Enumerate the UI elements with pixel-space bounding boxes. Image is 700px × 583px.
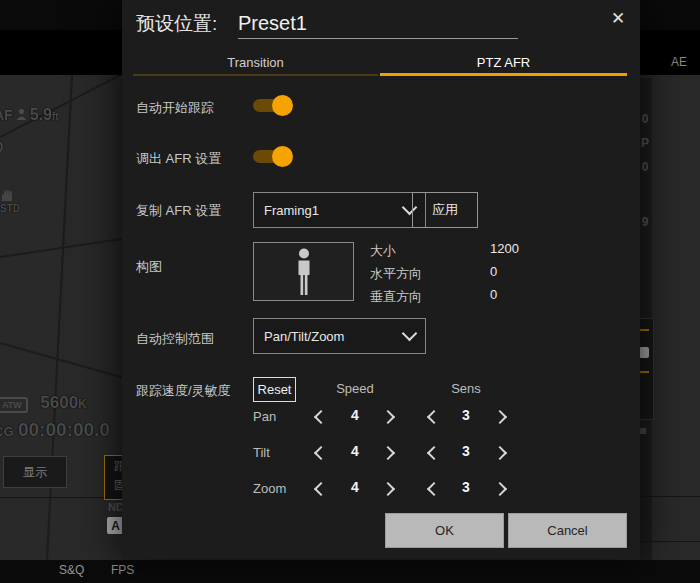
composition-label: 构图 — [136, 258, 162, 276]
cancel-button[interactable]: Cancel — [508, 513, 627, 548]
composition-size-label: 大小 — [370, 243, 396, 258]
right-strip-char: 0 — [638, 112, 652, 126]
tilt-speed-decrease-button[interactable] — [312, 444, 330, 462]
tilt-sens-decrease-button[interactable] — [425, 444, 443, 462]
right-panel-divider — [640, 496, 700, 497]
chevron-left-icon — [314, 410, 328, 424]
toggle-knob — [272, 95, 293, 116]
right-panel-divider — [640, 541, 700, 542]
chevron-left-icon — [314, 482, 328, 496]
fps-label[interactable]: FPS — [111, 563, 134, 577]
bottom-status-bar: S&Q FPS — [0, 560, 700, 583]
tracking-row-zoom: Zoom 4 3 — [253, 479, 523, 499]
focus-distance-value: 5.9 — [30, 106, 52, 123]
tilt-speed-increase-button[interactable] — [379, 444, 397, 462]
recall-afr-label: 调出 AFR 设置 — [136, 150, 221, 168]
chevron-right-icon — [493, 446, 507, 460]
slider-tick — [639, 329, 649, 331]
timecode-value: 00:00:00.0 — [18, 419, 110, 440]
chevron-right-icon — [493, 482, 507, 496]
right-strip-char: P — [638, 136, 652, 150]
zoom-sens-decrease-button[interactable] — [425, 480, 443, 498]
auto-control-range-select[interactable]: Pan/Tilt/Zoom — [253, 318, 426, 354]
wb-row: ATW 5600K — [0, 393, 87, 413]
toggle-knob — [272, 146, 293, 167]
tab-transition[interactable]: Transition — [133, 50, 378, 74]
copy-afr-label: 复制 AFR 设置 — [136, 202, 221, 220]
zoom-speed-decrease-button[interactable] — [312, 480, 330, 498]
zoom-speed-value: 4 — [342, 479, 368, 495]
reset-button-label: Reset — [258, 382, 292, 397]
chevron-left-icon — [314, 446, 328, 460]
tilt-speed-value: 4 — [342, 443, 368, 459]
tilt-sens-value: 3 — [453, 443, 479, 459]
tracking-row-pan: Pan 4 3 — [253, 407, 523, 427]
osd-zero-readout: 0 — [0, 138, 3, 155]
composition-vertical-value: 0 — [490, 287, 550, 302]
chevron-left-icon — [427, 446, 441, 460]
composition-vertical-label: 垂直方向 — [370, 289, 422, 304]
slider-tick — [639, 371, 649, 373]
sq-mode-label[interactable]: S&Q — [59, 563, 84, 577]
tab-ptz-afr[interactable]: PTZ AFR — [380, 50, 627, 74]
left-panel-divider — [0, 497, 108, 498]
pan-speed-value: 4 — [342, 407, 368, 423]
timecode-row: CG 00:00:00.0 — [0, 419, 110, 441]
auto-start-tracking-label: 自动开始跟踪 — [136, 99, 214, 117]
zoom-sens-increase-button[interactable] — [491, 480, 509, 498]
focus-mode-label: AF — [0, 107, 13, 123]
sens-column-header: Sens — [434, 381, 498, 396]
pan-sens-decrease-button[interactable] — [425, 408, 443, 426]
std-osd: STD — [0, 188, 20, 214]
pan-speed-decrease-button[interactable] — [312, 408, 330, 426]
composition-horizontal-label: 水平方向 — [370, 266, 422, 281]
tracking-row-tilt: Tilt 4 3 — [253, 443, 523, 463]
chevron-down-icon — [402, 326, 418, 342]
copy-afr-selected-value: Framing1 — [264, 203, 319, 218]
right-panel-dot — [640, 428, 646, 434]
chevron-right-icon — [493, 410, 507, 424]
auto-control-range-selected-value: Pan/Tilt/Zoom — [264, 329, 344, 344]
app-window: AF 5.9ft 0 STD ATW 5600K CG 00:00:00.0 显… — [0, 0, 700, 583]
composition-preview[interactable] — [253, 242, 354, 301]
display-button[interactable]: 显示 — [3, 456, 67, 488]
recall-afr-toggle[interactable] — [253, 146, 293, 167]
tab-underline-inactive — [133, 74, 378, 76]
composition-horizontal-value: 0 — [490, 264, 550, 279]
std-label: STD — [0, 203, 20, 214]
tilt-sens-increase-button[interactable] — [491, 444, 509, 462]
pan-sens-increase-button[interactable] — [491, 408, 509, 426]
preset-position-dialog: 预设位置: ✕ Transition PTZ AFR 自动开始跟踪 调出 AFR… — [122, 0, 640, 559]
nd-filter-label: ND — [108, 501, 122, 515]
reset-button[interactable]: Reset — [253, 377, 296, 402]
right-strip-char: 9 — [638, 215, 652, 229]
composition-size-value: 1200 — [490, 241, 550, 256]
person-small-icon — [15, 108, 28, 121]
color-temp-value: 5600 — [40, 393, 78, 412]
timecode-prefix: CG — [0, 424, 14, 439]
zoom-sens-value: 3 — [453, 479, 479, 495]
wb-mode-badge: ATW — [0, 397, 28, 413]
color-temp-unit: K — [78, 397, 87, 411]
zoom-speed-increase-button[interactable] — [379, 480, 397, 498]
auto-control-range-label: 自动控制范围 — [136, 330, 214, 348]
display-button-label: 显示 — [23, 464, 47, 481]
auto-start-tracking-toggle[interactable] — [253, 95, 293, 116]
apply-button[interactable]: 应用 — [412, 192, 478, 228]
slider-handle[interactable] — [639, 347, 649, 358]
apply-button-label: 应用 — [432, 201, 458, 219]
chevron-right-icon — [381, 446, 395, 460]
chevron-left-icon — [427, 482, 441, 496]
ok-button[interactable]: OK — [385, 513, 504, 548]
ok-button-label: OK — [435, 523, 454, 538]
chevron-right-icon — [381, 482, 395, 496]
focus-distance-unit: ft — [52, 111, 59, 122]
zoom-label: Zoom — [253, 481, 286, 496]
ae-label: AE — [671, 55, 687, 69]
speed-column-header: Speed — [323, 381, 387, 396]
pan-label: Pan — [253, 409, 276, 424]
copy-afr-select[interactable]: Framing1 — [253, 192, 426, 228]
preset-name-input[interactable] — [238, 8, 518, 39]
close-icon[interactable]: ✕ — [606, 6, 630, 30]
pan-speed-increase-button[interactable] — [379, 408, 397, 426]
